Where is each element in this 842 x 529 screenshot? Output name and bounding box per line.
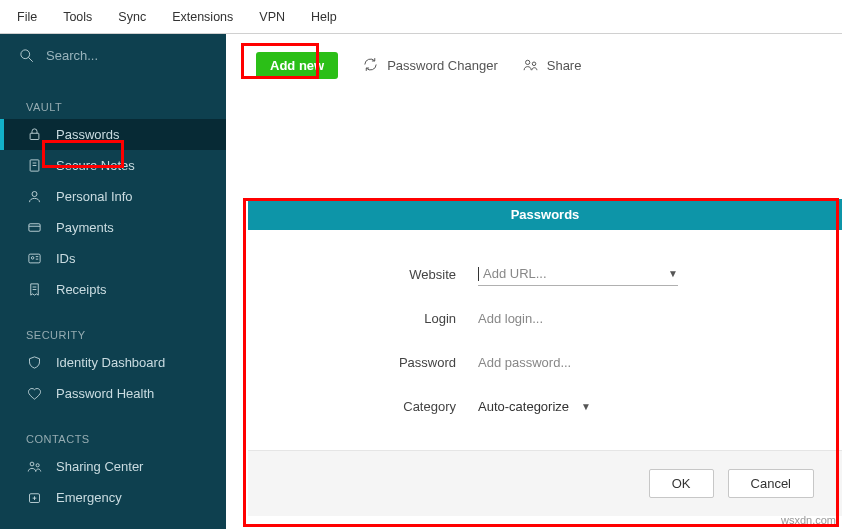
share-button[interactable]: Share: [522, 56, 582, 76]
chevron-down-icon[interactable]: ▼: [581, 401, 591, 412]
svg-rect-2: [30, 133, 39, 139]
refresh-icon: [362, 56, 379, 76]
menu-vpn[interactable]: VPN: [246, 6, 298, 28]
svg-point-16: [36, 464, 39, 467]
section-contacts: CONTACTS: [0, 409, 226, 451]
svg-point-21: [532, 62, 536, 66]
lock-icon: [26, 127, 42, 142]
sidebar-item-receipts[interactable]: Receipts: [0, 274, 226, 305]
category-select[interactable]: Auto-categorize ▼: [478, 394, 678, 418]
toolbar: Add new Password Changer Share: [226, 34, 842, 97]
category-value: Auto-categorize: [478, 399, 569, 414]
svg-point-6: [32, 192, 37, 197]
sidebar-item-passwords[interactable]: Passwords: [0, 119, 226, 150]
svg-rect-7: [28, 224, 39, 232]
sidebar-item-secure-notes[interactable]: Secure Notes: [0, 150, 226, 181]
svg-line-1: [28, 57, 32, 61]
plus-icon: [26, 490, 42, 505]
sidebar: Search... VAULT Passwords Secure Notes P…: [0, 34, 226, 529]
person-icon: [26, 189, 42, 204]
sidebar-item-payments[interactable]: Payments: [0, 212, 226, 243]
share-icon: [522, 56, 539, 76]
section-vault: VAULT: [0, 77, 226, 119]
sidebar-item-ids[interactable]: IDs: [0, 243, 226, 274]
svg-point-20: [525, 60, 529, 64]
login-field[interactable]: Add login...: [478, 306, 678, 330]
svg-rect-9: [28, 254, 39, 263]
sidebar-item-label: IDs: [56, 251, 76, 266]
heart-icon: [26, 386, 42, 401]
login-placeholder: Add login...: [478, 311, 543, 326]
search-input[interactable]: Search...: [0, 34, 226, 77]
dialog-title: Passwords: [248, 199, 842, 230]
svg-point-10: [31, 257, 34, 260]
shield-icon: [26, 355, 42, 370]
sidebar-item-sharing-center[interactable]: Sharing Center: [0, 451, 226, 482]
password-field[interactable]: Add password...: [478, 350, 678, 374]
sidebar-item-label: Payments: [56, 220, 114, 235]
sidebar-item-label: Secure Notes: [56, 158, 135, 173]
website-label: Website: [308, 267, 478, 282]
menu-help[interactable]: Help: [298, 6, 350, 28]
chevron-down-icon[interactable]: ▼: [668, 268, 678, 279]
sidebar-item-label: Password Health: [56, 386, 154, 401]
toolbar-label: Password Changer: [387, 58, 498, 73]
text-cursor: [478, 267, 479, 281]
watermark: wsxdn.com: [781, 514, 836, 526]
menu-bar: File Tools Sync Extensions VPN Help: [0, 0, 842, 34]
password-dialog: Passwords Website Add URL... ▼ Login Add…: [248, 199, 842, 529]
section-security: SECURITY: [0, 305, 226, 347]
svg-point-15: [30, 462, 34, 466]
menu-sync[interactable]: Sync: [105, 6, 159, 28]
id-icon: [26, 251, 42, 266]
sidebar-item-label: Receipts: [56, 282, 107, 297]
sidebar-item-label: Sharing Center: [56, 459, 143, 474]
sidebar-item-label: Passwords: [56, 127, 120, 142]
menu-file[interactable]: File: [4, 6, 50, 28]
menu-tools[interactable]: Tools: [50, 6, 105, 28]
toolbar-label: Share: [547, 58, 582, 73]
add-new-button[interactable]: Add new: [256, 52, 338, 79]
website-field[interactable]: Add URL... ▼: [478, 262, 678, 286]
sidebar-item-personal-info[interactable]: Personal Info: [0, 181, 226, 212]
ok-button[interactable]: OK: [649, 469, 714, 498]
sidebar-item-identity-dashboard[interactable]: Identity Dashboard: [0, 347, 226, 378]
website-placeholder: Add URL...: [483, 266, 547, 281]
main-area: Add new Password Changer Share Passwords…: [226, 34, 842, 529]
login-label: Login: [308, 311, 478, 326]
receipt-icon: [26, 282, 42, 297]
people-icon: [26, 459, 42, 474]
search-icon: [18, 48, 34, 63]
menu-extensions[interactable]: Extensions: [159, 6, 246, 28]
svg-point-0: [20, 50, 29, 59]
search-placeholder: Search...: [46, 48, 98, 63]
sidebar-item-password-health[interactable]: Password Health: [0, 378, 226, 409]
cancel-button[interactable]: Cancel: [728, 469, 814, 498]
password-label: Password: [308, 355, 478, 370]
sidebar-item-label: Emergency: [56, 490, 122, 505]
note-icon: [26, 158, 42, 173]
card-icon: [26, 220, 42, 235]
category-label: Category: [308, 399, 478, 414]
sidebar-item-emergency[interactable]: Emergency: [0, 482, 226, 513]
password-changer-button[interactable]: Password Changer: [362, 56, 498, 76]
sidebar-item-label: Personal Info: [56, 189, 133, 204]
sidebar-item-label: Identity Dashboard: [56, 355, 165, 370]
password-placeholder: Add password...: [478, 355, 571, 370]
